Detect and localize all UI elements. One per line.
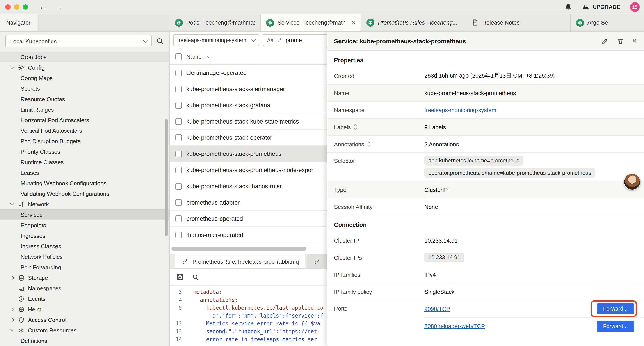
sidebar-item-custom-resources[interactable]: Custom Resources <box>0 325 169 336</box>
chevron-down-icon <box>10 201 14 206</box>
sort-asc-icon[interactable] <box>206 56 209 59</box>
drawer-row-ip-family-policy: IP family policy SingleStack <box>327 283 644 301</box>
labels-expander-icon[interactable] <box>354 125 357 129</box>
back-icon[interactable]: ← <box>40 3 46 10</box>
sidebar-item-services[interactable]: Services <box>0 209 169 220</box>
chevron-down-icon <box>143 38 148 43</box>
avatar[interactable] <box>624 173 640 190</box>
close-icon[interactable]: × <box>349 19 356 26</box>
namespace-link[interactable]: freeleaps-monitoring-system <box>424 107 496 113</box>
sidebar-item-pod-disruption-budgets[interactable]: Pod Disruption Budgets <box>0 136 169 146</box>
row-checkbox[interactable] <box>175 150 182 157</box>
sidebar-item-mutating-webhook-configurations[interactable]: Mutating Webhook Configurations <box>0 178 169 188</box>
row-checkbox[interactable] <box>175 167 182 173</box>
port-link-9090[interactable]: 9090/TCP <box>424 306 450 312</box>
row-checkbox[interactable] <box>175 183 182 189</box>
close-icon[interactable]: × <box>632 37 637 45</box>
sidebar-item-validating-webhook-configurations[interactable]: Validating Webhook Configurations <box>0 188 169 199</box>
row-checkbox[interactable] <box>175 102 182 108</box>
drawer-row-ports: Ports 9090/TCP Forward... 8080:reloader-… <box>327 301 644 335</box>
sidebar-item-storage[interactable]: Storage <box>0 272 169 283</box>
row-checkbox[interactable] <box>175 118 182 125</box>
search-icon[interactable] <box>156 37 164 45</box>
sidebar-item-access-control[interactable]: Access Control <box>0 315 169 325</box>
custom-resources-icon <box>18 327 24 334</box>
chevron-down-icon <box>252 37 256 42</box>
pencil-icon <box>181 258 189 265</box>
search-icon[interactable] <box>192 273 200 281</box>
zoom-window-button[interactable] <box>23 4 28 9</box>
forward-button[interactable]: Forward... <box>596 303 634 315</box>
tab-argo[interactable]: Argo Se <box>571 14 644 31</box>
sidebar-item-endpoints[interactable]: Endpoints <box>0 220 169 230</box>
sidebar-item-config-maps[interactable]: Config Maps <box>0 73 169 83</box>
save-icon[interactable] <box>176 273 184 281</box>
sidebar-item-ingress-classes[interactable]: Ingress Classes <box>0 241 169 251</box>
sidebar-scrollbar[interactable] <box>165 119 168 236</box>
horizontal-scrollbar[interactable] <box>172 247 306 251</box>
minimize-window-button[interactable] <box>14 4 19 9</box>
drawer-row-ip-families: IP families IPv4 <box>327 266 644 283</box>
kubernetes-icon <box>576 19 584 26</box>
sidebar-item-namespaces[interactable]: Namespaces <box>0 283 169 294</box>
row-checkbox[interactable] <box>175 134 182 141</box>
window-controls <box>5 4 28 9</box>
sidebar-item-port-forwarding[interactable]: Port Forwarding <box>0 262 169 272</box>
bell-icon[interactable] <box>564 3 572 11</box>
drawer-row-name: Name kube-prometheus-stack-prometheus <box>327 84 644 102</box>
forward-button[interactable]: Forward... <box>596 320 634 332</box>
sidebar-item-leases[interactable]: Leases <box>0 167 169 178</box>
row-checkbox[interactable] <box>175 199 182 206</box>
row-checkbox[interactable] <box>175 86 182 92</box>
sidebar-item-horizontal-pod-autoscalers[interactable]: Horizontal Pod Autoscalers <box>0 115 169 125</box>
sidebar-item-network-policies[interactable]: Network Policies <box>0 251 169 262</box>
kubeconfig-select[interactable]: Local Kubeconfigs <box>5 35 152 47</box>
clock-icon <box>18 295 24 302</box>
tab-pods[interactable]: Pods - icecheng@mathmas... <box>170 14 261 31</box>
section-heading: Properties <box>327 51 644 67</box>
sidebar-item-events[interactable]: Events <box>0 294 169 304</box>
editor-tab-prometheusrule[interactable]: PrometheusRule: freeleaps-prod-rabbitmq <box>175 255 305 269</box>
drawer-title: Service: kube-prometheus-stack-prometheu… <box>334 37 593 44</box>
drawer-row-cluster-ips: Cluster IPs 10.233.14.91 <box>327 249 644 266</box>
drawer-row-session-affinity: Session Affinity None <box>327 198 644 216</box>
edit-icon[interactable] <box>600 37 608 45</box>
upgrade-button[interactable]: UPGRADE <box>582 3 620 11</box>
screen: ← → UPGRADE 15 Navigator Pods - ic <box>0 0 644 346</box>
sidebar-item-priority-classes[interactable]: Priority Classes <box>0 146 169 157</box>
sidebar-item-helm[interactable]: Helm <box>0 304 169 315</box>
service-details-drawer: Service: kube-prometheus-stack-prometheu… <box>326 31 644 346</box>
row-checkbox[interactable] <box>175 232 182 238</box>
chevron-right-icon <box>10 276 14 280</box>
sidebar-item-ingresses[interactable]: Ingresses <box>0 230 169 241</box>
annotations-expander-icon[interactable] <box>368 142 370 146</box>
sidebar-item-definitions[interactable]: Definitions <box>0 336 169 346</box>
forward-icon[interactable]: → <box>56 3 62 10</box>
port-link-8080[interactable]: 8080:reloader-web/TCP <box>424 323 485 329</box>
tab-services[interactable]: Services - icecheng@math... × <box>261 14 361 31</box>
sidebar-item-config[interactable]: Config <box>0 62 169 73</box>
sidebar-item-limit-ranges[interactable]: Limit Ranges <box>0 104 169 115</box>
column-name[interactable]: Name <box>186 53 202 60</box>
select-all-checkbox[interactable] <box>175 53 182 60</box>
navigator-tree: Cron Jobs Config Config Maps Secrets Res… <box>0 51 169 346</box>
row-checkbox[interactable] <box>175 69 182 76</box>
chevron-right-icon <box>10 307 14 311</box>
row-checkbox[interactable] <box>175 215 182 222</box>
close-window-button[interactable] <box>5 4 10 9</box>
drawer-row-labels: Labels 9 Labels <box>327 119 644 136</box>
namespace-select[interactable]: freeleaps-monitoring-system <box>173 34 259 46</box>
match-case-toggle[interactable]: Aa <box>267 37 273 43</box>
notification-badge[interactable]: 15 <box>630 2 640 11</box>
sidebar-item-resource-quotas[interactable]: Resource Quotas <box>0 94 169 104</box>
drawer-row-namespace: Namespace freeleaps-monitoring-system <box>327 102 644 119</box>
sidebar-item-network[interactable]: Network <box>0 199 169 209</box>
regex-toggle[interactable]: .* <box>278 37 281 43</box>
tab-release-notes[interactable]: Release Notes <box>466 14 571 31</box>
sidebar-item-runtime-classes[interactable]: Runtime Classes <box>0 157 169 167</box>
sidebar-item-vertical-pod-autoscalers[interactable]: Vertical Pod Autoscalers <box>0 125 169 136</box>
trash-icon[interactable] <box>616 37 624 45</box>
tab-prometheus-rules[interactable]: Prometheus Rules - icecheng... <box>361 14 466 31</box>
sidebar-item-secrets[interactable]: Secrets <box>0 83 169 94</box>
sidebar-item-cron-jobs[interactable]: Cron Jobs <box>0 52 169 62</box>
